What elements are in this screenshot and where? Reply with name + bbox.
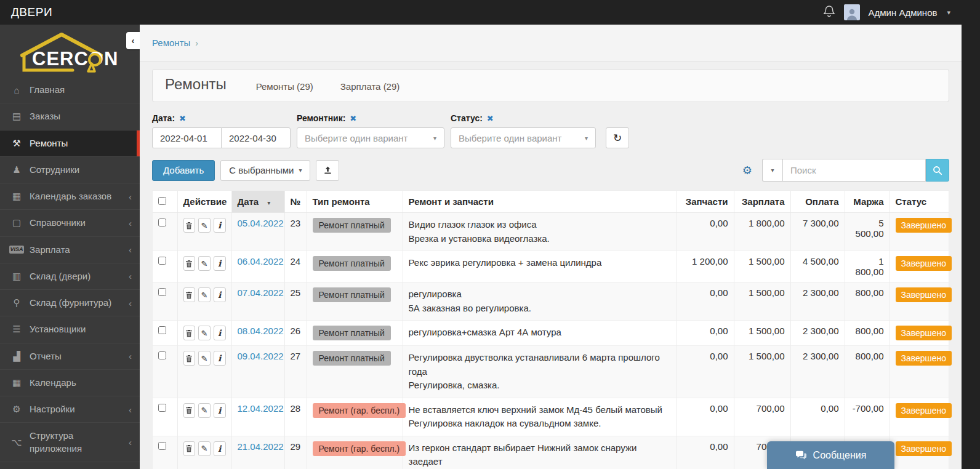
orders-icon: ▤	[9, 111, 24, 122]
tools-icon: ⚒	[9, 138, 24, 149]
sidebar-item[interactable]: ▢ Справочники ‹	[0, 209, 140, 236]
sidebar-item-label: Ремонты	[30, 137, 122, 150]
delete-button[interactable]	[183, 287, 196, 302]
repairman-select[interactable]: Выберите один вариант ▾	[297, 127, 444, 148]
messages-button[interactable]: Сообщения	[767, 441, 894, 469]
edit-button[interactable]: ✎	[198, 441, 211, 456]
sidebar-item[interactable]: ▤ Заказы	[0, 103, 140, 129]
delete-button[interactable]	[183, 218, 196, 233]
sidebar-item[interactable]: ☰ Установщики	[0, 316, 140, 342]
repair-date-link[interactable]: 05.04.2022	[238, 218, 284, 228]
sidebar-item[interactable]: ⚒ Ремонты	[0, 130, 140, 156]
info-button[interactable]: i	[214, 287, 226, 302]
column-header-repair: Ремонт и запчасти	[403, 191, 677, 213]
tab-salary[interactable]: Зарплата (29)	[340, 81, 400, 92]
sidebar-item[interactable]: ⌂ Главная	[0, 77, 140, 103]
sidebar-item[interactable]: VISA Зарплата ‹	[0, 236, 140, 263]
info-button[interactable]: i	[214, 256, 226, 271]
edit-button[interactable]: ✎	[198, 287, 211, 302]
info-button[interactable]: i	[214, 218, 226, 233]
repair-description: регулировка+смазка Арт 4А мотура	[409, 326, 671, 340]
status-filter-clear-icon[interactable]: ✖	[487, 114, 494, 123]
sidebar-item[interactable]: ⚲ Склад (фурнитура) ‹	[0, 289, 140, 316]
installers-icon: ☰	[9, 324, 24, 335]
repair-date-link[interactable]: 09.04.2022	[238, 351, 284, 361]
notifications-bell-icon[interactable]	[823, 5, 835, 20]
select-all-checkbox[interactable]	[158, 197, 166, 205]
repair-line: 5А заказная во регулировка.	[409, 302, 671, 316]
repair-date-link[interactable]: 06.04.2022	[238, 256, 284, 267]
edit-button[interactable]: ✎	[198, 256, 211, 271]
row-checkbox[interactable]	[158, 257, 166, 265]
chevron-down-icon[interactable]: ▾	[947, 9, 950, 17]
user-menu[interactable]: Админ Админов	[869, 7, 938, 18]
row-checkbox[interactable]	[158, 218, 166, 226]
sidebar-item[interactable]: ⌥ Структура приложения ‹	[0, 422, 140, 462]
info-button[interactable]: i	[214, 441, 226, 456]
tab-repairs[interactable]: Ремонты (29)	[256, 81, 313, 92]
with-selected-button[interactable]: С выбранными ▾	[220, 160, 310, 181]
sidebar-item[interactable]: ♟ Сотрудники	[0, 156, 140, 183]
repair-date-link[interactable]: 08.04.2022	[238, 326, 284, 336]
sidebar-item[interactable]: ▟ Отчеты ‹	[0, 343, 140, 369]
info-icon: i	[218, 406, 221, 415]
info-button[interactable]: i	[214, 351, 226, 366]
sidebar-item[interactable]: ❖ Дополнение ‹	[0, 462, 140, 469]
repair-date-link[interactable]: 12.04.2022	[238, 403, 284, 414]
delete-button[interactable]	[183, 441, 196, 456]
folder-icon: ▢	[9, 217, 24, 228]
info-button[interactable]: i	[214, 403, 226, 418]
column-header-margin: Маржа	[845, 191, 890, 213]
messages-label: Сообщения	[813, 450, 867, 461]
search-options-button[interactable]: ▾	[762, 159, 782, 182]
repairman-filter-clear-icon[interactable]: ✖	[350, 114, 356, 123]
company-logo[interactable]: CERCON	[0, 25, 140, 77]
edit-button[interactable]: ✎	[198, 403, 211, 418]
edit-button[interactable]: ✎	[198, 351, 211, 366]
repair-number: 28	[284, 398, 307, 436]
repair-type-badge: Ремонт (гар. беспл.)	[313, 441, 406, 456]
submenu-chevron-icon: ‹	[129, 244, 132, 255]
delete-button[interactable]	[183, 351, 196, 366]
toolbar: Добавить С выбранными ▾ ⚙ ▾	[152, 159, 949, 182]
row-checkbox[interactable]	[158, 442, 166, 450]
sidebar-item[interactable]: ▥ Склад (двери) ‹	[0, 263, 140, 289]
refresh-icon: ↻	[613, 132, 622, 145]
refresh-button[interactable]: ↻	[606, 127, 629, 148]
sidebar-collapse-button[interactable]: ‹	[126, 32, 140, 49]
breadcrumb-repairs-link[interactable]: Ремонты	[152, 38, 190, 48]
repair-date-link[interactable]: 07.04.2022	[238, 287, 284, 298]
status-select[interactable]: Выберите один вариант ▾	[451, 127, 596, 148]
column-header-parts: Запчасти	[677, 191, 734, 213]
chevron-down-icon: ▾	[433, 135, 436, 142]
sidebar-item[interactable]: ▦ Календарь	[0, 369, 140, 396]
delete-button[interactable]	[183, 326, 196, 340]
repair-number: 27	[284, 346, 307, 398]
search-button[interactable]	[926, 159, 949, 182]
date-from-input[interactable]	[152, 127, 222, 148]
warehouse-icon: ▥	[9, 271, 24, 282]
table-settings-gear-icon[interactable]: ⚙	[742, 164, 752, 177]
info-button[interactable]: i	[214, 326, 226, 340]
upload-button[interactable]	[316, 160, 339, 181]
search-input[interactable]	[782, 159, 926, 182]
delete-button[interactable]	[183, 403, 196, 418]
date-to-input[interactable]	[221, 127, 291, 148]
edit-button[interactable]: ✎	[198, 218, 211, 233]
date-filter-clear-icon[interactable]: ✖	[179, 114, 186, 123]
delete-button[interactable]	[183, 256, 196, 271]
row-checkbox[interactable]	[158, 288, 166, 296]
edit-button[interactable]: ✎	[198, 326, 211, 340]
user-avatar[interactable]	[844, 4, 860, 20]
column-header-type: Тип ремонта	[307, 191, 403, 213]
row-checkbox[interactable]	[158, 404, 166, 412]
repair-date-link[interactable]: 21.04.2022	[238, 441, 284, 452]
parts-amount: 0,00	[677, 436, 734, 469]
column-header-date[interactable]: Дата▾	[231, 191, 284, 213]
row-checkbox[interactable]	[158, 326, 166, 334]
row-checkbox[interactable]	[158, 351, 166, 359]
column-header-salary: Зарплата	[734, 191, 790, 213]
add-button[interactable]: Добавить	[152, 160, 215, 181]
sidebar-item[interactable]: ⚙ Настройки ‹	[0, 396, 140, 422]
sidebar-item[interactable]: ▦ Календарь заказов ‹	[0, 183, 140, 209]
